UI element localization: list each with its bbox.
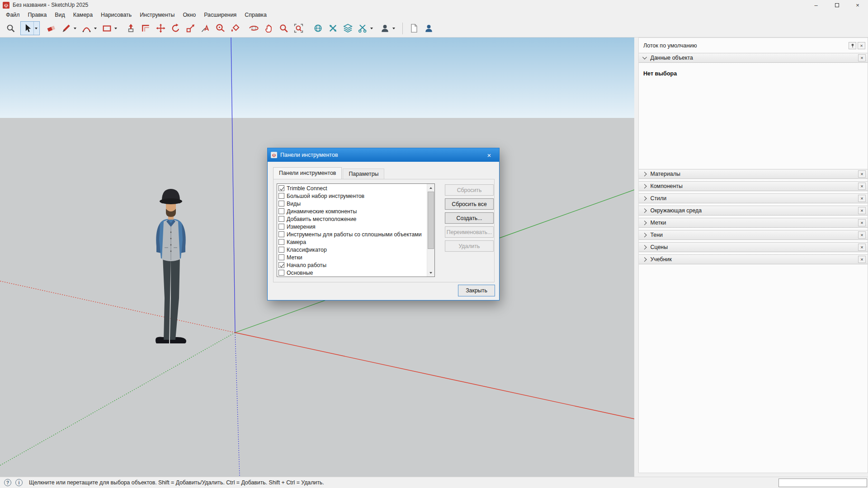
tray-close-button[interactable]: × [858, 42, 865, 49]
checkbox-icon[interactable] [278, 247, 284, 253]
tool-move[interactable] [154, 21, 168, 35]
tool-eraser[interactable] [44, 21, 58, 35]
tray-section-header-materials[interactable]: Материалы× [639, 169, 868, 179]
close-icon[interactable]: × [858, 219, 866, 226]
tool-text-label[interactable] [198, 21, 212, 35]
checkbox-icon[interactable] [278, 224, 284, 230]
menu-item-edit[interactable]: Правка [24, 11, 51, 19]
tray-section-header-styles[interactable]: Стили× [639, 193, 868, 203]
list-scrollbar[interactable] [427, 184, 434, 277]
create-button[interactable]: Создать... [445, 212, 494, 224]
toolbar-list-item[interactable]: Измерения [277, 223, 427, 230]
measurements-input[interactable] [778, 479, 867, 487]
menu-item-view[interactable]: Вид [51, 11, 69, 19]
3d-viewport[interactable]: Панели инструментов × Панели инструменто… [0, 38, 634, 477]
scroll-down-button[interactable] [427, 269, 434, 277]
tool-exchange[interactable] [326, 21, 340, 35]
checkbox-icon[interactable] [278, 239, 284, 245]
info-status-icon[interactable]: i [15, 479, 23, 486]
close-icon[interactable]: × [858, 183, 866, 190]
reset-all-button[interactable]: Сбросить все [445, 198, 494, 210]
close-icon[interactable]: × [858, 231, 866, 239]
tool-scale[interactable] [184, 21, 198, 35]
toolbar-list-item[interactable]: Основные [277, 269, 427, 277]
close-window-button[interactable]: × [847, 0, 868, 10]
checkbox-icon[interactable] [278, 231, 284, 237]
close-icon[interactable]: × [858, 244, 866, 251]
tool-search[interactable] [4, 21, 18, 35]
arc-dropdown-icon[interactable] [94, 28, 97, 29]
tray-section-header-environment[interactable]: Окружающая среда× [639, 206, 868, 216]
tool-arc[interactable] [80, 21, 99, 35]
line-dropdown-icon[interactable] [74, 28, 76, 29]
maximize-button[interactable] [826, 0, 847, 10]
tool-account[interactable] [378, 21, 397, 35]
tray-section-header-shadows[interactable]: Тени× [639, 230, 868, 240]
toolbar-list-item[interactable]: Классификатор [277, 246, 427, 253]
checkbox-icon[interactable] [278, 270, 284, 276]
tray-section-header-tags[interactable]: Метки× [639, 218, 868, 228]
menu-item-extensions[interactable]: Расширения [200, 11, 241, 19]
tool-zoom-extents[interactable] [292, 21, 306, 35]
tool-new-file[interactable] [407, 21, 421, 35]
checkbox-checked-icon[interactable] [278, 262, 284, 268]
toolbar-list-item[interactable]: Метки [277, 253, 427, 261]
close-icon[interactable]: × [858, 256, 866, 263]
tool-add-location[interactable] [311, 21, 325, 35]
tool-zoom[interactable] [277, 21, 291, 35]
tool-select[interactable] [20, 21, 40, 35]
tool-offset[interactable] [139, 21, 153, 35]
toolbar-list-item[interactable]: Инструменты для работы со сплошными объе… [277, 230, 427, 238]
tool-layout[interactable] [341, 21, 355, 35]
scale-figure[interactable] [145, 185, 203, 344]
checkbox-icon[interactable] [278, 193, 284, 199]
tab-options[interactable]: Параметры [343, 169, 384, 179]
tool-paint-bucket[interactable] [228, 21, 242, 35]
tray-section-header-entity-info[interactable]: Данные объекта× [639, 53, 868, 63]
tool-rotate[interactable] [169, 21, 183, 35]
checkbox-icon[interactable] [278, 216, 284, 222]
dialog-titlebar[interactable]: Панели инструментов × [268, 148, 499, 162]
toolbar-list-item[interactable]: Начало работы [277, 261, 427, 269]
section-cut-dropdown-icon[interactable] [370, 28, 373, 29]
toolbar-list-item[interactable]: Камера [277, 238, 427, 246]
close-icon[interactable]: × [858, 170, 866, 178]
checkbox-icon[interactable] [278, 208, 284, 214]
toolbar-list-item[interactable]: Динамические компоненты [277, 207, 427, 215]
scrollbar-thumb[interactable] [428, 192, 434, 249]
checkbox-icon[interactable] [278, 254, 284, 260]
minimize-button[interactable]: – [806, 0, 826, 10]
select-dropdown-icon[interactable] [35, 28, 38, 29]
tool-section-cut[interactable] [356, 21, 375, 35]
tool-profile[interactable] [422, 21, 436, 35]
tray-section-header-scenes[interactable]: Сцены× [639, 242, 868, 252]
account-dropdown-icon[interactable] [392, 28, 395, 29]
toolbar-list-item[interactable]: Виды [277, 200, 427, 207]
menu-item-window[interactable]: Окно [179, 11, 200, 19]
scroll-up-button[interactable] [427, 184, 434, 192]
menu-item-tools[interactable]: Инструменты [136, 11, 179, 19]
close-icon[interactable]: × [858, 54, 866, 61]
toolbar-list-item[interactable]: Trimble Connect [277, 184, 427, 192]
tool-tape-measure[interactable] [213, 21, 227, 35]
geolocation-status-icon[interactable]: ? [4, 479, 11, 486]
menu-item-draw[interactable]: Нарисовать [97, 11, 136, 19]
tab-toolbars[interactable]: Панели инструментов [273, 167, 342, 179]
menu-item-file[interactable]: Файл [2, 11, 24, 19]
menu-item-camera[interactable]: Камера [69, 11, 97, 19]
close-icon[interactable]: × [858, 195, 866, 202]
tray-section-header-components[interactable]: Компоненты× [639, 181, 868, 191]
close-icon[interactable]: × [858, 207, 866, 214]
toolbars-listbox[interactable]: Trimble ConnectБольшой набор инструменто… [277, 183, 435, 277]
toolbar-list-item[interactable]: Большой набор инструментов [277, 192, 427, 200]
tool-rectangle[interactable] [100, 21, 119, 35]
tool-orbit[interactable] [247, 21, 261, 35]
tool-push-pull[interactable] [124, 21, 138, 35]
tray-section-header-instructor[interactable]: Учебник× [639, 254, 868, 264]
rectangle-dropdown-icon[interactable] [114, 28, 117, 29]
checkbox-icon[interactable] [278, 201, 284, 206]
tool-pan[interactable] [262, 21, 276, 35]
dialog-close-button[interactable]: × [479, 148, 499, 162]
tray-pin-button[interactable] [849, 42, 856, 49]
checkbox-checked-icon[interactable] [278, 185, 284, 191]
